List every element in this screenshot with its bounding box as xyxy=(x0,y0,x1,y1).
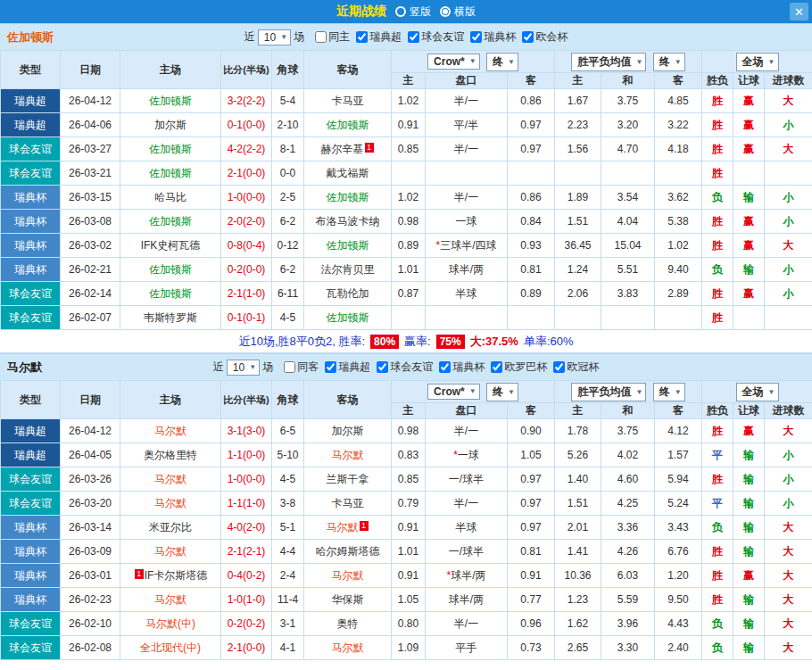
scope-select[interactable]: 全场▼ xyxy=(736,383,779,401)
home-team-cell-name: IF卡尔斯塔德 xyxy=(145,569,208,582)
match-row: 球会友谊26-02-08全北现代(中)2-1(0-0)4-1马尔默1.09平手0… xyxy=(1,636,812,660)
odds-company-select[interactable]: Crow*▼ xyxy=(427,54,480,70)
handicap-cell: 半/一 xyxy=(426,186,508,210)
date-cell: 26-02-08 xyxy=(61,636,120,660)
filter-bar: 马尔默 近 10 ▼ 场 同客瑞典超球会友谊瑞典杯欧罗巴杯欧冠杯 xyxy=(0,353,812,380)
filter-瑞典超[interactable]: 瑞典超 xyxy=(319,360,370,375)
avg-stage-select[interactable]: 终▼ xyxy=(653,383,685,401)
avg-draw-cell: 3.20 xyxy=(601,113,655,137)
title-group: 近期战绩 竖版 横版 xyxy=(336,4,476,20)
goals-cell: 大 xyxy=(765,612,812,636)
chevron-down-icon: ▼ xyxy=(768,58,775,66)
goals-cell: 大 xyxy=(765,564,812,588)
away-team-cell-name: 佐加顿斯 xyxy=(327,119,369,131)
filter-checkbox[interactable] xyxy=(491,361,502,373)
corner-cell: 0-0 xyxy=(272,161,304,186)
date-cell: 26-03-09 xyxy=(61,540,120,564)
col-away: 客场 xyxy=(304,381,392,419)
league-type-cell: 球会友谊 xyxy=(1,137,61,161)
date-cell: 26-03-27 xyxy=(61,137,120,161)
corner-cell: 3-1 xyxy=(272,612,304,636)
odds-stage-select[interactable]: 终▼ xyxy=(486,53,518,71)
radio-label: 竖版 xyxy=(410,4,431,20)
filter-同客[interactable]: 同客 xyxy=(278,360,319,375)
avg-stage-select[interactable]: 终▼ xyxy=(653,53,685,71)
corner-cell: 2-4 xyxy=(272,564,304,588)
avg-away-cell: 4.43 xyxy=(655,612,702,636)
league-type-cell: 球会友谊 xyxy=(1,492,61,516)
avg-stage-value: 终 xyxy=(659,54,670,70)
corner-cell: 6-2 xyxy=(272,210,304,234)
scope-select[interactable]: 全场▼ xyxy=(736,53,779,71)
filter-球会友谊[interactable]: 球会友谊 xyxy=(402,29,464,45)
col-odds-home: 主 xyxy=(392,403,426,419)
odds-away-cell: 0.97 xyxy=(508,492,555,516)
layout-radio-horizontal[interactable]: 横版 xyxy=(440,4,476,20)
result-cell: 胜 xyxy=(702,210,733,234)
filter-label: 欧会杯 xyxy=(535,29,568,45)
avg-draw-cell: 3.36 xyxy=(601,516,655,540)
filter-瑞典超[interactable]: 瑞典超 xyxy=(350,29,402,45)
filter-欧罗巴杯[interactable]: 欧罗巴杯 xyxy=(485,360,547,375)
date-cell: 26-04-12 xyxy=(61,419,120,443)
filter-checkbox[interactable] xyxy=(522,31,534,43)
filter-欧冠杯[interactable]: 欧冠杯 xyxy=(547,360,599,375)
goals-cell xyxy=(765,161,812,186)
avg-metric-select[interactable]: 胜平负均值▼ xyxy=(571,383,646,401)
result-cell: 胜 xyxy=(702,113,733,137)
avg-home-cell: 1.56 xyxy=(555,137,601,161)
filter-checkbox[interactable] xyxy=(356,31,368,43)
col-type: 类型 xyxy=(1,51,61,89)
away-team-cell: 马尔默 xyxy=(304,564,392,588)
score-cell: 0-2(0-0) xyxy=(221,258,272,282)
filter-checkbox[interactable] xyxy=(470,31,482,43)
handicap-result-cell: 输 xyxy=(733,588,765,612)
handicap-cell: 球半/两 xyxy=(426,258,508,282)
league-type-cell: 瑞典杯 xyxy=(1,234,61,258)
filter-checkbox[interactable] xyxy=(553,361,565,373)
filter-球会友谊[interactable]: 球会友谊 xyxy=(370,360,433,375)
layout-radio-vertical[interactable]: 竖版 xyxy=(395,4,431,20)
filter-欧会杯[interactable]: 欧会杯 xyxy=(516,29,568,45)
team-name: 马尔默 xyxy=(7,360,42,376)
match-count-select[interactable]: 10 ▼ xyxy=(258,29,291,45)
filter-瑞典杯[interactable]: 瑞典杯 xyxy=(433,360,485,375)
match-count-select[interactable]: 10 ▼ xyxy=(227,360,260,376)
handicap-result-cell: 赢 xyxy=(733,564,765,588)
filter-checkbox[interactable] xyxy=(377,361,388,373)
col-goals: 进球数 xyxy=(765,403,812,419)
filter-同主[interactable]: 同主 xyxy=(309,29,350,45)
avg-metric-select[interactable]: 胜平负均值▼ xyxy=(571,53,646,71)
date-cell: 26-03-02 xyxy=(61,234,120,258)
filter-checkbox[interactable] xyxy=(439,361,451,373)
away-team-cell-name: 卡马亚 xyxy=(332,95,364,107)
avg-header: 胜平负均值▼ 终▼ xyxy=(555,51,702,73)
home-team-cell-name: 加尔斯 xyxy=(154,119,186,131)
odds-stage-select[interactable]: 终▼ xyxy=(486,383,518,401)
summary-bar: 近10场,胜8平0负2, 胜率: 80% 赢率: 75% 大:37.5% 单率:… xyxy=(0,330,812,353)
goals-cell: 大 xyxy=(765,419,812,443)
filter-checkbox[interactable] xyxy=(284,361,295,373)
avg-home-cell: 1.41 xyxy=(555,540,601,564)
avg-home-cell: 5.26 xyxy=(555,443,601,467)
filter-checkbox[interactable] xyxy=(315,31,327,43)
handicap-cell: 平/半 xyxy=(426,113,508,137)
filter-checkbox[interactable] xyxy=(325,361,336,373)
home-team-cell-name: 韦斯特罗斯 xyxy=(144,311,197,324)
date-cell: 26-03-21 xyxy=(61,161,120,186)
odds-company-select[interactable]: Crow*▼ xyxy=(427,384,480,400)
avg-home-cell: 2.01 xyxy=(555,516,601,540)
odds-home-cell: 0.89 xyxy=(392,234,426,258)
close-icon[interactable]: ✕ xyxy=(790,3,808,21)
filter-checkbox[interactable] xyxy=(408,31,419,43)
odds-home-cell xyxy=(392,161,426,186)
league-type-cell: 球会友谊 xyxy=(1,161,61,186)
result-cell: 负 xyxy=(702,516,733,540)
match-count-value: 10 xyxy=(264,31,276,44)
handicap-result-cell: 输 xyxy=(733,186,765,210)
col-result: 胜负 xyxy=(702,403,733,419)
avg-away-cell: 4.18 xyxy=(655,137,702,161)
filter-瑞典杯[interactable]: 瑞典杯 xyxy=(464,29,516,45)
competition-filter-group: 同客瑞典超球会友谊瑞典杯欧罗巴杯欧冠杯 xyxy=(278,360,599,375)
odds-away-cell: 1.05 xyxy=(508,443,555,467)
